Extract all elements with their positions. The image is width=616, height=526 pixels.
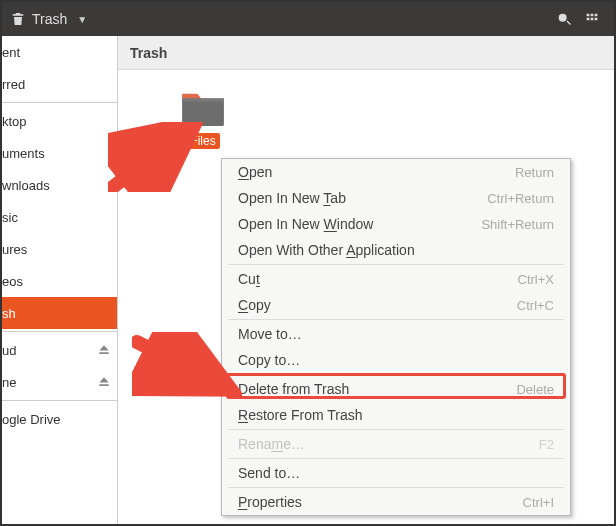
separator — [228, 458, 564, 459]
context-menu: Open Return Open In New Tab Ctrl+Return … — [221, 158, 571, 516]
ctx-rename: Rename… F2 — [222, 431, 570, 457]
sidebar-item-documents[interactable]: uments — [2, 137, 117, 169]
eject-icon[interactable] — [97, 343, 111, 357]
sidebar-item-pictures[interactable]: ures — [2, 233, 117, 265]
ctx-delete-from-trash[interactable]: Delete from Trash Delete — [222, 376, 570, 402]
separator — [228, 429, 564, 430]
sidebar-item-recent[interactable]: ent — [2, 36, 117, 68]
sidebar: ent rred ktop uments wnloads sic ures eo… — [2, 36, 118, 524]
ctx-open[interactable]: Open Return — [222, 159, 570, 185]
location-title: Trash — [32, 11, 67, 27]
separator — [2, 400, 117, 401]
separator — [228, 264, 564, 265]
ctx-move-to[interactable]: Move to… — [222, 321, 570, 347]
grid-icon — [584, 11, 600, 27]
chevron-down-icon: ▼ — [77, 14, 87, 25]
sidebar-item-phone[interactable]: ne — [2, 366, 117, 398]
sidebar-item-music[interactable]: sic — [2, 201, 117, 233]
sidebar-item-downloads[interactable]: wnloads — [2, 169, 117, 201]
ctx-send-to[interactable]: Send to… — [222, 460, 570, 486]
separator — [2, 331, 117, 332]
trash-icon — [10, 11, 26, 27]
eject-icon[interactable] — [97, 375, 111, 389]
ctx-restore-from-trash[interactable]: Restore From Trash — [222, 402, 570, 428]
header-bar: Trash ▼ — [2, 2, 614, 36]
separator — [228, 487, 564, 488]
sidebar-item-cloud[interactable]: ud — [2, 334, 117, 366]
view-grid-button[interactable] — [578, 5, 606, 33]
search-button[interactable] — [550, 5, 578, 33]
path-bar: Trash — [118, 36, 614, 70]
ctx-copy-to[interactable]: Copy to… — [222, 347, 570, 373]
ctx-open-new-tab[interactable]: Open In New Tab Ctrl+Return — [222, 185, 570, 211]
separator — [228, 374, 564, 375]
ctx-open-with[interactable]: Open With Other Application — [222, 237, 570, 263]
sidebar-item-google-drive[interactable]: ogle Drive — [2, 403, 117, 435]
file-icon-files[interactable]: Files — [174, 90, 232, 149]
location-button[interactable]: Trash ▼ — [10, 11, 87, 27]
sidebar-item-trash[interactable]: sh — [2, 297, 117, 329]
ctx-copy[interactable]: Copy Ctrl+C — [222, 292, 570, 318]
separator — [2, 102, 117, 103]
separator — [228, 319, 564, 320]
sidebar-item-desktop[interactable]: ktop — [2, 105, 117, 137]
sidebar-item-videos[interactable]: eos — [2, 265, 117, 297]
search-icon — [556, 11, 572, 27]
ctx-open-new-window[interactable]: Open In New Window Shift+Return — [222, 211, 570, 237]
file-label: Files — [186, 133, 219, 149]
sidebar-item-starred[interactable]: rred — [2, 68, 117, 100]
path-title: Trash — [130, 45, 167, 61]
ctx-properties[interactable]: Properties Ctrl+I — [222, 489, 570, 515]
folder-icon — [180, 90, 226, 128]
ctx-cut[interactable]: Cut Ctrl+X — [222, 266, 570, 292]
